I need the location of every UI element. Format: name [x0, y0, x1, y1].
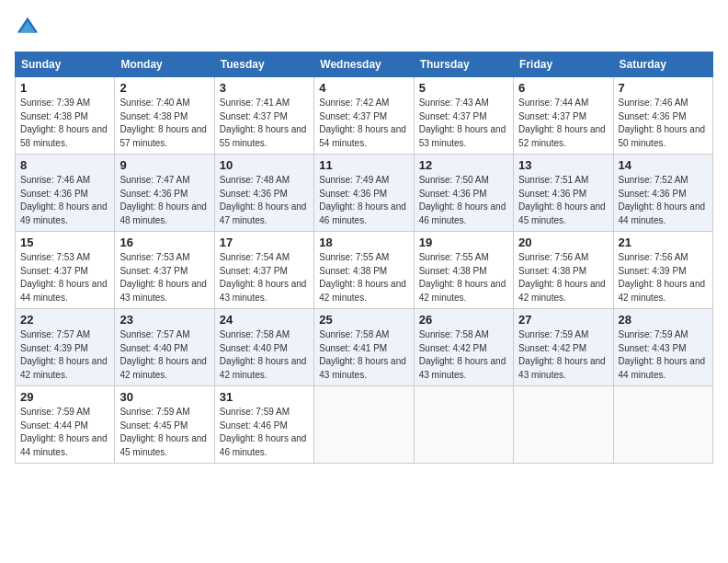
day-number: 20: [518, 236, 608, 249]
day-info: Sunrise: 7:46 AMSunset: 4:36 PMDaylight:…: [20, 174, 109, 227]
day-info: Sunrise: 7:59 AMSunset: 4:42 PMDaylight:…: [518, 328, 608, 382]
day-info: Sunrise: 7:55 AMSunset: 4:38 PMDaylight:…: [319, 251, 408, 304]
weekday-header: Sunday: [16, 52, 115, 77]
day-info: Sunrise: 7:57 AMSunset: 4:39 PMDaylight:…: [20, 328, 109, 382]
calendar-cell: 26Sunrise: 7:58 AMSunset: 4:42 PMDayligh…: [414, 309, 513, 386]
calendar-cell: 27Sunrise: 7:59 AMSunset: 4:42 PMDayligh…: [514, 309, 613, 386]
calendar-cell: 2Sunrise: 7:40 AMSunset: 4:38 PMDaylight…: [115, 77, 214, 155]
calendar-cell: 13Sunrise: 7:51 AMSunset: 4:36 PMDayligh…: [514, 155, 613, 232]
calendar-week-row: 22Sunrise: 7:57 AMSunset: 4:39 PMDayligh…: [16, 309, 713, 386]
weekday-header: Saturday: [613, 52, 712, 77]
day-info: Sunrise: 7:59 AMSunset: 4:44 PMDaylight:…: [20, 406, 109, 459]
day-info: Sunrise: 7:56 AMSunset: 4:39 PMDaylight:…: [619, 251, 708, 304]
day-info: Sunrise: 7:58 AMSunset: 4:42 PMDaylight:…: [419, 328, 508, 382]
calendar-cell: 7Sunrise: 7:46 AMSunset: 4:36 PMDaylight…: [613, 77, 712, 155]
day-info: Sunrise: 7:43 AMSunset: 4:37 PMDaylight:…: [419, 97, 508, 150]
day-number: 2: [119, 81, 209, 95]
calendar-week-row: 29Sunrise: 7:59 AMSunset: 4:44 PMDayligh…: [16, 386, 713, 464]
calendar-cell: 21Sunrise: 7:56 AMSunset: 4:39 PMDayligh…: [613, 232, 712, 309]
day-number: 25: [319, 313, 408, 327]
calendar-cell: 31Sunrise: 7:59 AMSunset: 4:46 PMDayligh…: [214, 386, 313, 464]
day-number: 18: [319, 236, 408, 249]
day-number: 6: [518, 81, 608, 95]
day-number: 11: [319, 158, 408, 172]
day-info: Sunrise: 7:49 AMSunset: 4:36 PMDaylight:…: [319, 174, 408, 227]
calendar-cell: 18Sunrise: 7:55 AMSunset: 4:38 PMDayligh…: [314, 232, 414, 309]
day-number: 1: [20, 81, 109, 95]
calendar-cell: 14Sunrise: 7:52 AMSunset: 4:36 PMDayligh…: [613, 155, 712, 232]
calendar-cell: 15Sunrise: 7:53 AMSunset: 4:37 PMDayligh…: [16, 232, 115, 309]
day-info: Sunrise: 7:54 AMSunset: 4:37 PMDaylight:…: [220, 251, 309, 304]
day-info: Sunrise: 7:50 AMSunset: 4:36 PMDaylight:…: [419, 174, 508, 227]
day-number: 4: [319, 81, 408, 95]
calendar-cell: [414, 386, 513, 464]
day-info: Sunrise: 7:52 AMSunset: 4:36 PMDaylight:…: [619, 174, 708, 227]
calendar-cell: 19Sunrise: 7:55 AMSunset: 4:38 PMDayligh…: [414, 232, 513, 309]
calendar-cell: 24Sunrise: 7:58 AMSunset: 4:40 PMDayligh…: [214, 309, 313, 386]
logo: [15, 15, 44, 40]
day-info: Sunrise: 7:40 AMSunset: 4:38 PMDaylight:…: [119, 97, 209, 150]
calendar-cell: 10Sunrise: 7:48 AMSunset: 4:36 PMDayligh…: [214, 155, 313, 232]
calendar-cell: 20Sunrise: 7:56 AMSunset: 4:38 PMDayligh…: [514, 232, 613, 309]
day-info: Sunrise: 7:55 AMSunset: 4:38 PMDaylight:…: [419, 251, 508, 304]
day-number: 5: [419, 81, 508, 95]
calendar-week-row: 8Sunrise: 7:46 AMSunset: 4:36 PMDaylight…: [16, 155, 713, 232]
calendar-cell: [514, 386, 613, 464]
header: [15, 15, 713, 40]
day-info: Sunrise: 7:48 AMSunset: 4:36 PMDaylight:…: [220, 174, 309, 227]
day-number: 17: [220, 236, 309, 249]
day-info: Sunrise: 7:53 AMSunset: 4:37 PMDaylight:…: [119, 251, 209, 304]
calendar-cell: 17Sunrise: 7:54 AMSunset: 4:37 PMDayligh…: [214, 232, 313, 309]
weekday-header: Tuesday: [214, 52, 313, 77]
day-info: Sunrise: 7:59 AMSunset: 4:45 PMDaylight:…: [119, 406, 209, 459]
calendar-cell: 16Sunrise: 7:53 AMSunset: 4:37 PMDayligh…: [115, 232, 214, 309]
day-number: 19: [419, 236, 508, 249]
calendar-cell: 28Sunrise: 7:59 AMSunset: 4:43 PMDayligh…: [613, 309, 712, 386]
calendar-cell: 5Sunrise: 7:43 AMSunset: 4:37 PMDaylight…: [414, 77, 513, 155]
day-info: Sunrise: 7:47 AMSunset: 4:36 PMDaylight:…: [119, 174, 209, 227]
day-info: Sunrise: 7:46 AMSunset: 4:36 PMDaylight:…: [619, 97, 708, 150]
day-number: 16: [119, 236, 209, 249]
day-info: Sunrise: 7:58 AMSunset: 4:40 PMDaylight:…: [220, 328, 309, 382]
calendar-cell: 1Sunrise: 7:39 AMSunset: 4:38 PMDaylight…: [16, 77, 115, 155]
day-number: 22: [20, 313, 109, 327]
calendar-cell: 30Sunrise: 7:59 AMSunset: 4:45 PMDayligh…: [115, 386, 214, 464]
day-number: 26: [419, 313, 508, 327]
calendar-cell: 23Sunrise: 7:57 AMSunset: 4:40 PMDayligh…: [115, 309, 214, 386]
day-number: 23: [119, 313, 209, 327]
day-number: 30: [119, 390, 209, 404]
calendar-cell: 8Sunrise: 7:46 AMSunset: 4:36 PMDaylight…: [16, 155, 115, 232]
calendar-cell: [613, 386, 712, 464]
day-number: 31: [220, 390, 309, 404]
calendar-cell: 11Sunrise: 7:49 AMSunset: 4:36 PMDayligh…: [314, 155, 414, 232]
calendar-cell: 6Sunrise: 7:44 AMSunset: 4:37 PMDaylight…: [514, 77, 613, 155]
day-number: 13: [518, 158, 608, 172]
calendar-cell: [314, 386, 414, 464]
weekday-header: Monday: [115, 52, 214, 77]
calendar-cell: 22Sunrise: 7:57 AMSunset: 4:39 PMDayligh…: [16, 309, 115, 386]
day-info: Sunrise: 7:41 AMSunset: 4:37 PMDaylight:…: [220, 97, 309, 150]
calendar-week-row: 1Sunrise: 7:39 AMSunset: 4:38 PMDaylight…: [16, 77, 713, 155]
day-info: Sunrise: 7:56 AMSunset: 4:38 PMDaylight:…: [518, 251, 608, 304]
day-number: 9: [119, 158, 209, 172]
calendar-cell: 3Sunrise: 7:41 AMSunset: 4:37 PMDaylight…: [214, 77, 313, 155]
day-info: Sunrise: 7:53 AMSunset: 4:37 PMDaylight:…: [20, 251, 109, 304]
day-info: Sunrise: 7:51 AMSunset: 4:36 PMDaylight:…: [518, 174, 608, 227]
day-info: Sunrise: 7:39 AMSunset: 4:38 PMDaylight:…: [20, 97, 109, 150]
calendar-cell: 9Sunrise: 7:47 AMSunset: 4:36 PMDaylight…: [115, 155, 214, 232]
day-number: 29: [20, 390, 109, 404]
day-number: 27: [518, 313, 608, 327]
day-number: 7: [619, 81, 708, 95]
day-number: 10: [220, 158, 309, 172]
weekday-header: Wednesday: [314, 52, 414, 77]
day-info: Sunrise: 7:42 AMSunset: 4:37 PMDaylight:…: [319, 97, 408, 150]
weekday-header: Friday: [514, 52, 613, 77]
day-number: 8: [20, 158, 109, 172]
day-number: 28: [619, 313, 708, 327]
logo-icon: [15, 15, 40, 40]
day-number: 12: [419, 158, 508, 172]
day-number: 3: [220, 81, 309, 95]
weekday-header-row: SundayMondayTuesdayWednesdayThursdayFrid…: [16, 52, 713, 77]
calendar-cell: 29Sunrise: 7:59 AMSunset: 4:44 PMDayligh…: [16, 386, 115, 464]
day-number: 15: [20, 236, 109, 249]
